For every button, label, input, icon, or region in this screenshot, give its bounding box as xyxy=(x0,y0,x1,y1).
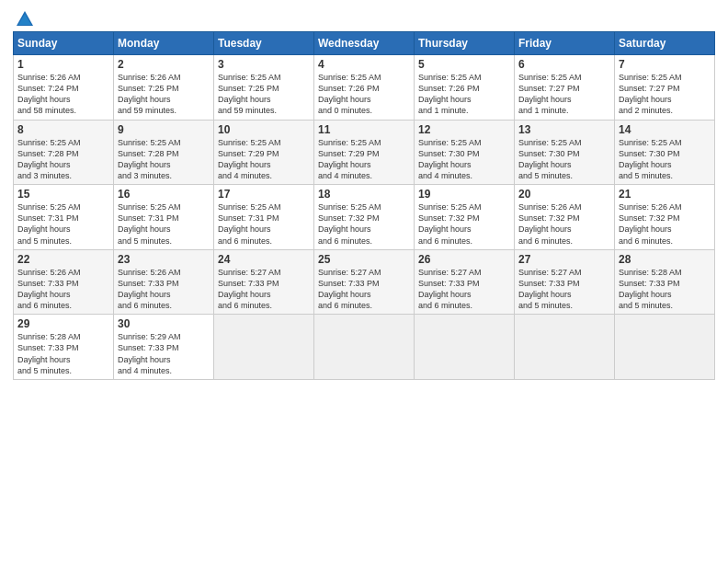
weekday-header-monday: Monday xyxy=(114,32,214,55)
calendar-cell: 8Sunrise: 5:25 AMSunset: 7:28 PMDaylight… xyxy=(14,120,114,185)
calendar-week-row: 29Sunrise: 5:28 AMSunset: 7:33 PMDayligh… xyxy=(14,315,715,380)
day-number: 22 xyxy=(17,253,109,266)
header xyxy=(13,9,715,26)
calendar-cell: 23Sunrise: 5:26 AMSunset: 7:33 PMDayligh… xyxy=(114,249,214,315)
day-info: Sunrise: 5:25 AMSunset: 7:31 PMDaylight … xyxy=(118,201,210,247)
day-info: Sunrise: 5:26 AMSunset: 7:24 PMDaylight … xyxy=(17,72,109,117)
day-number: 24 xyxy=(218,253,310,266)
day-info: Sunrise: 5:25 AMSunset: 7:31 PMDaylight … xyxy=(218,201,310,247)
calendar-cell xyxy=(615,315,715,380)
calendar-cell: 4Sunrise: 5:25 AMSunset: 7:26 PMDaylight… xyxy=(314,55,415,121)
day-info: Sunrise: 5:26 AMSunset: 7:32 PMDaylight … xyxy=(619,201,711,247)
calendar-table: SundayMondayTuesdayWednesdayThursdayFrid… xyxy=(13,31,715,380)
day-number: 26 xyxy=(418,253,510,266)
day-info: Sunrise: 5:27 AMSunset: 7:33 PMDaylight … xyxy=(218,267,310,312)
day-info: Sunrise: 5:25 AMSunset: 7:29 PMDaylight … xyxy=(318,137,410,182)
calendar-cell: 27Sunrise: 5:27 AMSunset: 7:33 PMDayligh… xyxy=(515,249,615,315)
day-number: 28 xyxy=(619,253,711,266)
calendar-week-row: 15Sunrise: 5:25 AMSunset: 7:31 PMDayligh… xyxy=(14,185,715,250)
day-number: 4 xyxy=(318,58,410,71)
day-info: Sunrise: 5:25 AMSunset: 7:28 PMDaylight … xyxy=(118,137,210,182)
day-number: 1 xyxy=(17,58,109,71)
weekday-header-row: SundayMondayTuesdayWednesdayThursdayFrid… xyxy=(14,32,715,55)
day-info: Sunrise: 5:25 AMSunset: 7:32 PMDaylight … xyxy=(418,201,510,247)
day-info: Sunrise: 5:26 AMSunset: 7:33 PMDaylight … xyxy=(17,267,109,312)
calendar-cell xyxy=(214,315,314,380)
day-number: 19 xyxy=(418,188,510,201)
day-info: Sunrise: 5:28 AMSunset: 7:33 PMDaylight … xyxy=(17,331,109,376)
calendar-cell: 16Sunrise: 5:25 AMSunset: 7:31 PMDayligh… xyxy=(114,185,214,250)
weekday-header-thursday: Thursday xyxy=(415,32,515,55)
day-number: 27 xyxy=(518,253,610,266)
day-info: Sunrise: 5:25 AMSunset: 7:31 PMDaylight … xyxy=(17,201,109,247)
calendar-cell: 6Sunrise: 5:25 AMSunset: 7:27 PMDaylight… xyxy=(515,55,615,121)
day-number: 16 xyxy=(118,188,210,201)
day-number: 6 xyxy=(518,58,610,71)
weekday-header-tuesday: Tuesday xyxy=(214,32,314,55)
weekday-header-wednesday: Wednesday xyxy=(314,32,415,55)
calendar-cell: 22Sunrise: 5:26 AMSunset: 7:33 PMDayligh… xyxy=(14,249,114,315)
calendar-week-row: 8Sunrise: 5:25 AMSunset: 7:28 PMDaylight… xyxy=(14,120,715,185)
calendar-cell: 13Sunrise: 5:25 AMSunset: 7:30 PMDayligh… xyxy=(515,120,615,185)
calendar-cell: 24Sunrise: 5:27 AMSunset: 7:33 PMDayligh… xyxy=(214,249,314,315)
weekday-header-sunday: Sunday xyxy=(14,32,114,55)
calendar-cell: 28Sunrise: 5:28 AMSunset: 7:33 PMDayligh… xyxy=(615,249,715,315)
day-number: 8 xyxy=(17,123,109,136)
day-number: 9 xyxy=(118,123,210,136)
calendar-cell: 26Sunrise: 5:27 AMSunset: 7:33 PMDayligh… xyxy=(415,249,515,315)
calendar-cell: 29Sunrise: 5:28 AMSunset: 7:33 PMDayligh… xyxy=(14,315,114,380)
day-info: Sunrise: 5:27 AMSunset: 7:33 PMDaylight … xyxy=(518,267,610,312)
logo xyxy=(13,9,35,26)
day-info: Sunrise: 5:25 AMSunset: 7:30 PMDaylight … xyxy=(518,137,610,182)
calendar-cell: 21Sunrise: 5:26 AMSunset: 7:32 PMDayligh… xyxy=(615,185,715,250)
day-number: 3 xyxy=(218,58,310,71)
calendar-cell: 10Sunrise: 5:25 AMSunset: 7:29 PMDayligh… xyxy=(214,120,314,185)
day-info: Sunrise: 5:25 AMSunset: 7:30 PMDaylight … xyxy=(619,137,711,182)
day-number: 14 xyxy=(619,123,711,136)
day-number: 13 xyxy=(518,123,610,136)
calendar-cell: 9Sunrise: 5:25 AMSunset: 7:28 PMDaylight… xyxy=(114,120,214,185)
calendar-week-row: 1Sunrise: 5:26 AMSunset: 7:24 PMDaylight… xyxy=(14,55,715,121)
day-info: Sunrise: 5:26 AMSunset: 7:33 PMDaylight … xyxy=(118,267,210,312)
day-info: Sunrise: 5:25 AMSunset: 7:26 PMDaylight … xyxy=(318,72,410,117)
calendar-cell: 11Sunrise: 5:25 AMSunset: 7:29 PMDayligh… xyxy=(314,120,415,185)
calendar-cell: 15Sunrise: 5:25 AMSunset: 7:31 PMDayligh… xyxy=(14,185,114,250)
day-number: 12 xyxy=(418,123,510,136)
day-info: Sunrise: 5:25 AMSunset: 7:26 PMDaylight … xyxy=(418,72,510,117)
day-number: 25 xyxy=(318,253,410,266)
day-info: Sunrise: 5:27 AMSunset: 7:33 PMDaylight … xyxy=(318,267,410,312)
day-number: 11 xyxy=(318,123,410,136)
day-number: 29 xyxy=(17,317,109,330)
day-info: Sunrise: 5:25 AMSunset: 7:29 PMDaylight … xyxy=(218,137,310,182)
day-info: Sunrise: 5:28 AMSunset: 7:33 PMDaylight … xyxy=(619,267,711,312)
calendar-cell: 25Sunrise: 5:27 AMSunset: 7:33 PMDayligh… xyxy=(314,249,415,315)
day-number: 2 xyxy=(118,58,210,71)
day-info: Sunrise: 5:26 AMSunset: 7:32 PMDaylight … xyxy=(518,201,610,247)
calendar-cell: 2Sunrise: 5:26 AMSunset: 7:25 PMDaylight… xyxy=(114,55,214,121)
day-info: Sunrise: 5:25 AMSunset: 7:27 PMDaylight … xyxy=(619,72,711,117)
calendar-cell: 30Sunrise: 5:29 AMSunset: 7:33 PMDayligh… xyxy=(114,315,214,380)
weekday-header-friday: Friday xyxy=(515,32,615,55)
calendar-cell: 1Sunrise: 5:26 AMSunset: 7:24 PMDaylight… xyxy=(14,55,114,121)
day-info: Sunrise: 5:26 AMSunset: 7:25 PMDaylight … xyxy=(118,72,210,117)
day-info: Sunrise: 5:25 AMSunset: 7:28 PMDaylight … xyxy=(17,137,109,182)
calendar-cell xyxy=(415,315,515,380)
calendar-cell: 12Sunrise: 5:25 AMSunset: 7:30 PMDayligh… xyxy=(415,120,515,185)
day-number: 15 xyxy=(17,188,109,201)
calendar-cell: 5Sunrise: 5:25 AMSunset: 7:26 PMDaylight… xyxy=(415,55,515,121)
day-info: Sunrise: 5:25 AMSunset: 7:32 PMDaylight … xyxy=(318,201,410,247)
day-number: 7 xyxy=(619,58,711,71)
day-number: 18 xyxy=(318,188,410,201)
day-number: 30 xyxy=(118,317,210,330)
weekday-header-saturday: Saturday xyxy=(615,32,715,55)
page: SundayMondayTuesdayWednesdayThursdayFrid… xyxy=(0,0,728,563)
day-number: 23 xyxy=(118,253,210,266)
calendar-cell: 17Sunrise: 5:25 AMSunset: 7:31 PMDayligh… xyxy=(214,185,314,250)
calendar-cell: 18Sunrise: 5:25 AMSunset: 7:32 PMDayligh… xyxy=(314,185,415,250)
logo-icon xyxy=(15,9,35,29)
day-info: Sunrise: 5:27 AMSunset: 7:33 PMDaylight … xyxy=(418,267,510,312)
calendar-cell: 3Sunrise: 5:25 AMSunset: 7:25 PMDaylight… xyxy=(214,55,314,121)
calendar-cell: 7Sunrise: 5:25 AMSunset: 7:27 PMDaylight… xyxy=(615,55,715,121)
calendar-cell xyxy=(515,315,615,380)
day-number: 21 xyxy=(619,188,711,201)
